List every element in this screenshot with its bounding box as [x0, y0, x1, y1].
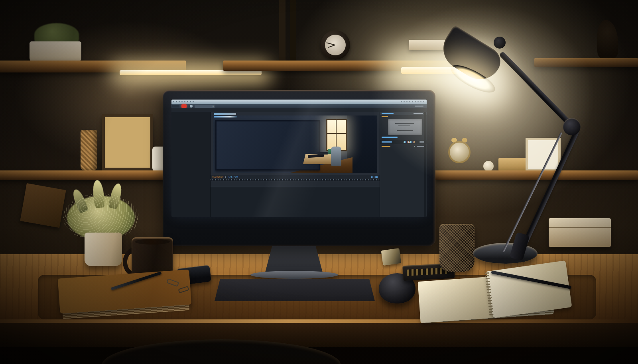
bookshelf-top-left-books [89, 5, 181, 61]
mini-viewer [388, 119, 422, 135]
status-dot-icon [409, 101, 410, 102]
shelf-mid-left [0, 170, 171, 180]
preview-blue-meter [371, 176, 378, 178]
status-dot-icon [420, 101, 421, 102]
record-dot-icon [225, 176, 226, 178]
keyboard[interactable] [215, 279, 375, 301]
desk-equipment [317, 152, 328, 155]
lamp-cap-joint [494, 37, 506, 49]
status-dot-icon [417, 101, 419, 102]
mini-viewer-line [397, 130, 413, 131]
storage-box-lid-line [549, 227, 611, 228]
mini-viewer-line [398, 125, 410, 126]
title-chip [382, 141, 392, 143]
decor-ball [483, 161, 494, 171]
titlebar-status-dots [399, 101, 424, 102]
preview-info-bar: RECROKOR LAB, POM [211, 175, 380, 179]
clock-face [325, 35, 346, 55]
binder-clip [381, 248, 402, 266]
monitor: ✕ [163, 90, 435, 246]
classroom-chair [331, 147, 341, 166]
window-mullion-h [326, 133, 347, 134]
window-dot-icon[interactable] [193, 101, 194, 102]
mug-coffee [135, 239, 170, 245]
shelf-right [435, 170, 638, 180]
bookshelf-top-center-books [353, 15, 417, 61]
lamp-elbow-joint [563, 118, 581, 135]
panel-title-row: CHAHE [380, 140, 427, 144]
shelf-post [279, 0, 286, 61]
window-dot-icon[interactable] [190, 101, 191, 102]
window-control-dots[interactable] [171, 101, 194, 102]
filter-row[interactable]: ▼ [380, 145, 427, 148]
page-right [486, 260, 572, 318]
transport-controls[interactable] [211, 181, 380, 187]
filter-chip-gray [417, 146, 425, 147]
video-preview[interactable] [213, 115, 377, 173]
panel-title-text: CHAHE [403, 141, 415, 143]
clock-body [448, 141, 471, 163]
filter-chip-orange[interactable] [382, 146, 390, 147]
tab-close-icon[interactable]: ✕ [213, 105, 214, 107]
blue-row-chip[interactable] [382, 137, 398, 138]
gold-alarm-clock [448, 138, 472, 170]
window-dot-icon[interactable] [181, 101, 183, 102]
status-dot-icon [404, 101, 405, 102]
page-left [418, 276, 495, 323]
effects-header-chip[interactable] [382, 113, 394, 114]
monitor-stand-base [250, 271, 338, 279]
status-dot-icon [423, 101, 424, 102]
status-dot-icon [401, 101, 402, 102]
toolbar-right-chip[interactable] [415, 106, 423, 107]
preview-tab[interactable] [214, 113, 236, 115]
window-dot-icon[interactable] [176, 101, 177, 102]
status-dot-icon [412, 101, 413, 102]
shelf-top-center [223, 61, 455, 71]
effects-header-chip2 [414, 113, 423, 114]
bookshelf-mid-left-books [0, 108, 72, 170]
cup-body [439, 224, 475, 272]
timecode-label: LAB, POM [228, 176, 238, 178]
back-region[interactable] [172, 105, 179, 108]
preview-panel [211, 112, 380, 175]
browser-tab[interactable]: ✕ [195, 105, 215, 108]
desk-front-face [0, 323, 638, 348]
filter-funnel-icon[interactable]: ▼ [414, 145, 415, 147]
monitor-screen: ✕ [171, 100, 427, 217]
timeline-panel[interactable] [211, 187, 380, 217]
browser-toolbar[interactable]: ✕ [171, 104, 427, 108]
status-dot-icon [406, 101, 408, 102]
preview-top-ui-fragment [214, 116, 237, 117]
mini-viewer-line [395, 123, 414, 124]
avatar-icon[interactable] [190, 105, 193, 108]
pencil-cup [437, 202, 477, 273]
desk-plant-pot [85, 233, 122, 266]
window-dot-icon[interactable] [184, 101, 185, 102]
app-main: RECROKOR LAB, POM [171, 112, 427, 217]
shelf-post [290, 0, 296, 61]
panel-scrollbar[interactable] [424, 112, 426, 217]
window-titlebar[interactable] [171, 100, 427, 104]
alarm-clock [320, 28, 351, 61]
app-logo-icon[interactable] [181, 104, 187, 108]
storage-box [549, 218, 611, 247]
app-menubar[interactable] [171, 108, 427, 112]
project-panel[interactable] [171, 112, 211, 217]
center-column: RECROKOR LAB, POM [211, 112, 380, 217]
desk-front-edge [0, 319, 638, 323]
planter-pot [30, 41, 81, 62]
window-dot-icon[interactable] [187, 101, 188, 102]
picture-frame-dots [102, 114, 153, 170]
woven-vase [81, 130, 97, 170]
shelf-top-left [0, 61, 186, 72]
clip-name-label: RECROKOR [212, 176, 223, 178]
status-dot-icon [415, 101, 416, 102]
shelf-top-right [534, 58, 638, 67]
effects-panel[interactable]: CHAHE ▼ [380, 112, 427, 217]
orange-chip[interactable] [382, 116, 388, 117]
window-dot-icon[interactable] [179, 101, 180, 102]
desk-scene: ✕ [0, 0, 638, 364]
window-dot-icon[interactable] [173, 101, 174, 102]
